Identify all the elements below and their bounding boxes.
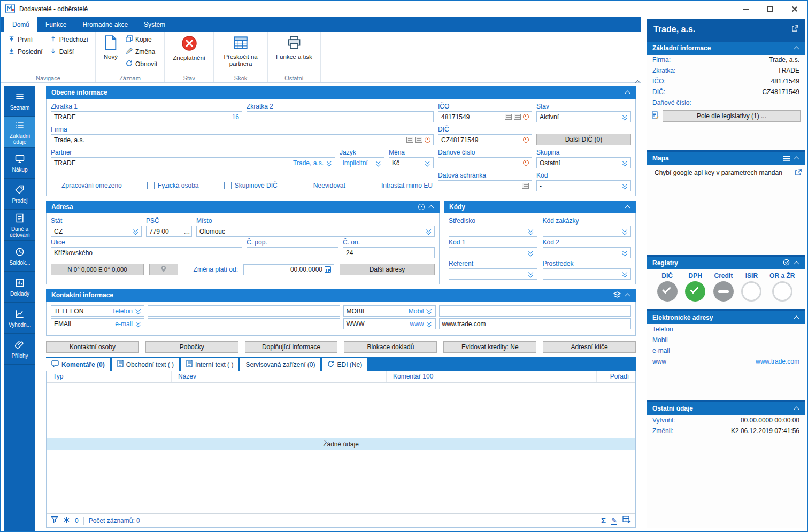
telefon-type-combo[interactable]: TELEFON Telefon	[51, 305, 144, 317]
dropdown-icon[interactable]	[135, 320, 141, 327]
last-button[interactable]: Poslední	[5, 46, 45, 57]
misto-select[interactable]: Olomouc	[196, 226, 435, 237]
calendar-icon[interactable]	[325, 266, 331, 273]
cislo-popisne-input[interactable]	[247, 247, 338, 258]
checkbox-intrastat-mimo-eu[interactable]: Intrastat mimo EU	[371, 182, 433, 189]
kod-select[interactable]: -	[536, 180, 631, 191]
registry-dic[interactable]: DIČ	[657, 272, 678, 302]
stat-select[interactable]: CZ	[51, 226, 142, 237]
open-map-icon[interactable]	[795, 169, 802, 178]
collapse-section-icon[interactable]	[794, 315, 799, 320]
psc-more-button[interactable]: …	[182, 226, 192, 237]
doplnujici-informace-button[interactable]: Doplňující informace	[245, 341, 338, 353]
new-record-button[interactable]: Nový	[100, 34, 121, 74]
registry-card-icon[interactable]	[406, 137, 413, 143]
evidovat-kredity-button[interactable]: Evidovat kredity: Ne	[443, 341, 536, 353]
address-history-clock-icon[interactable]	[418, 204, 425, 210]
sidebar-item-zakladni-udaje[interactable]: Základní údaje	[4, 117, 35, 148]
partner-input[interactable]: TRADE Trade, a.s.	[51, 157, 335, 168]
firma-input[interactable]: Trade, a.s.	[51, 134, 434, 145]
dropdown-icon[interactable]	[528, 271, 534, 277]
mobil-type-combo[interactable]: MOBIL Mobil	[343, 305, 436, 317]
www-type-combo[interactable]: WWW www	[343, 318, 436, 329]
adresni-klice-button[interactable]: Adresní klíče	[543, 341, 636, 353]
dropdown-icon[interactable]	[426, 307, 433, 314]
collapse-section-icon[interactable]	[794, 406, 799, 411]
sidebar-item-dane-a-uctovani[interactable]: Daně a účtování	[4, 210, 35, 241]
ulice-input[interactable]: Křížkovského	[51, 247, 242, 258]
previous-button[interactable]: Předchozí	[47, 34, 91, 45]
map-pin-button[interactable]	[149, 264, 178, 275]
ribbon-tab-hromadne-akce[interactable]: Hromadné akce	[74, 17, 136, 32]
skupina-select[interactable]: Ostatní	[536, 157, 631, 168]
collapse-section-icon[interactable]	[794, 45, 799, 51]
history-clock-icon[interactable]	[523, 137, 529, 143]
sum-icon[interactable]: Σ	[601, 516, 606, 525]
edit-pencil-icon[interactable]: ✎	[611, 517, 617, 525]
checkbox-skupinove-dic[interactable]: Skupinové DIČ	[224, 182, 278, 189]
dropdown-icon[interactable]	[621, 159, 628, 166]
column-header-komentar[interactable]: Komentář 100	[387, 371, 597, 382]
collapse-section-icon[interactable]	[625, 204, 630, 210]
sidebar-item-prodej[interactable]: Prodej	[4, 179, 35, 210]
collapse-section-icon[interactable]	[625, 292, 630, 298]
open-in-window-icon[interactable]	[791, 25, 798, 34]
zkratka1-input[interactable]: TRADE 16	[51, 111, 242, 122]
dropdown-icon[interactable]	[621, 182, 628, 189]
mobil-value-input[interactable]	[439, 305, 632, 317]
functions-print-button[interactable]: Funkce a tisk	[272, 34, 316, 74]
close-button[interactable]	[782, 1, 807, 17]
grid-body[interactable]: Žádné údaje	[47, 383, 635, 513]
ribbon-tab-system[interactable]: Systém	[136, 17, 173, 32]
jazyk-select[interactable]: implicitní	[340, 157, 384, 168]
tab-interni-text[interactable]: Interní text ( )	[181, 358, 238, 371]
gps-coordinates-button[interactable]: N 0° 0,000 E 0° 0,000	[51, 264, 144, 275]
blokace-dokladu-button[interactable]: Blokace dokladů	[344, 341, 437, 353]
sidebar-item-doklady[interactable]: Doklady	[4, 272, 35, 303]
databox-icon[interactable]	[522, 183, 529, 189]
maximize-button[interactable]	[758, 1, 782, 17]
dropdown-icon[interactable]	[424, 159, 430, 166]
pole-dle-legislativy-button[interactable]: Pole dle legislativy (1) ...	[663, 110, 801, 122]
collapse-section-icon[interactable]	[794, 156, 799, 161]
kod2-select[interactable]	[543, 247, 632, 258]
registry-dph[interactable]: DPH	[685, 272, 705, 302]
zkratka2-input[interactable]	[247, 111, 434, 122]
pobocky-button[interactable]: Pobočky	[145, 341, 238, 353]
tab-komentare[interactable]: Komentáře (0)	[46, 358, 110, 371]
column-header-poradi[interactable]: Pořadí	[597, 371, 635, 382]
ico-input[interactable]: 48171549	[438, 111, 532, 122]
dalsi-adresy-button[interactable]: Další adresy	[340, 264, 435, 275]
ribbon-tab-funkce[interactable]: Funkce	[37, 17, 74, 32]
email-type-combo[interactable]: EMAIL e-mail	[51, 318, 144, 329]
sidebar-item-nakup[interactable]: Nákup	[4, 148, 35, 179]
layers-icon[interactable]	[613, 291, 621, 299]
kod1-select[interactable]	[449, 247, 537, 258]
collapse-section-icon[interactable]	[794, 260, 799, 266]
kod-zakazky-select[interactable]	[543, 226, 632, 237]
registry-or-a-zr[interactable]: OR a ŽR	[769, 272, 795, 302]
sidebar-item-seznam[interactable]: Seznam	[4, 86, 35, 117]
dalsi-dic-button[interactable]: Další DIČ (0)	[536, 134, 631, 145]
next-button[interactable]: Další	[47, 46, 91, 57]
dropdown-icon[interactable]	[132, 228, 138, 235]
copy-button[interactable]: Kopie	[123, 34, 160, 45]
map-list-icon[interactable]	[783, 156, 790, 161]
invalidate-button[interactable]: Zneplatnění	[169, 34, 209, 74]
dropdown-icon[interactable]	[621, 271, 628, 277]
cislo-orientacni-input[interactable]: 24	[343, 247, 435, 258]
ribbon-tab-domu[interactable]: Domů	[4, 17, 37, 32]
history-clock-icon[interactable]	[425, 137, 430, 143]
dic-input[interactable]: CZ48171549	[438, 134, 532, 145]
history-clock-icon[interactable]	[523, 114, 529, 120]
checkbox-zpracovani-omezeno[interactable]: Zpracování omezeno	[51, 182, 122, 189]
registry-isir[interactable]: ISIR	[741, 272, 761, 302]
collapse-section-icon[interactable]	[625, 90, 630, 95]
dropdown-icon[interactable]	[528, 249, 534, 256]
collapse-section-icon[interactable]	[429, 204, 434, 210]
dropdown-icon[interactable]	[326, 159, 332, 166]
stav-select[interactable]: Aktivní	[536, 111, 631, 122]
change-button[interactable]: Změna	[123, 46, 160, 57]
telefon-value-input[interactable]	[148, 305, 340, 317]
registry-card-icon[interactable]	[505, 114, 512, 120]
